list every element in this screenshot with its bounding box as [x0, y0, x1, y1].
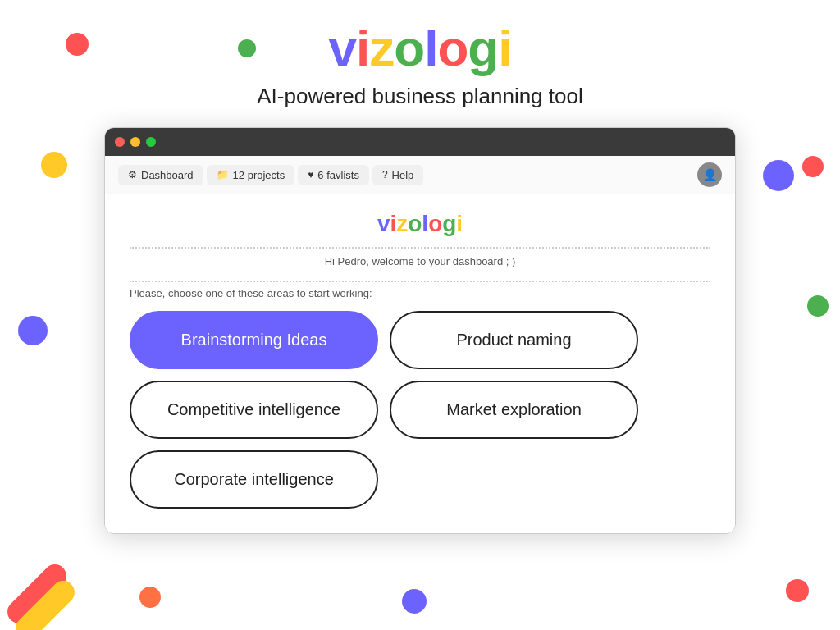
browser-content: ⚙ Dashboard 📁 12 projects ♥ 6 favlists ?… — [105, 156, 735, 533]
deco-dot-4 — [763, 160, 794, 191]
area-competitive-label: Competitive intelligence — [167, 400, 340, 418]
titlebar-maximize[interactable] — [146, 137, 156, 147]
area-corporate-label: Corporate intelligence — [174, 470, 334, 488]
dotted-line-1 — [130, 247, 710, 249]
welcome-text: Hi Pedro, welcome to your dashboard ; ) — [130, 255, 710, 267]
areas-grid: Brainstorming Ideas Product naming Compe… — [130, 311, 638, 509]
nav-favlists[interactable]: ♥ 6 favlists — [298, 165, 369, 185]
nav-dashboard-label: Dashboard — [141, 169, 194, 181]
nav-favlists-label: 6 favlists — [317, 169, 359, 181]
browser-titlebar — [105, 128, 735, 156]
dashboard-icon: ⚙ — [128, 169, 137, 180]
area-competitive[interactable]: Competitive intelligence — [130, 381, 378, 439]
nav-projects-label: 12 projects — [233, 169, 285, 181]
choose-text: Please, choose one of these areas to sta… — [130, 287, 710, 299]
tagline: AI-powered business planning tool — [257, 84, 582, 109]
inner-content: vizologi Hi Pedro, welcome to your dashb… — [105, 194, 735, 533]
titlebar-close[interactable] — [115, 137, 125, 147]
deco-dot-5 — [802, 156, 824, 177]
projects-icon: 📁 — [217, 169, 229, 180]
deco-dot-7 — [807, 295, 829, 317]
area-market[interactable]: Market exploration — [390, 381, 638, 439]
nav-help[interactable]: ? Help — [372, 165, 423, 185]
titlebar-minimize[interactable] — [130, 137, 140, 147]
page-top: vizologi AI-powered business planning to… — [0, 0, 840, 127]
area-product-naming[interactable]: Product naming — [390, 311, 638, 369]
main-logo: vizologi — [329, 23, 512, 74]
favlists-icon: ♥ — [308, 169, 313, 180]
inner-logo-text: vizologi — [377, 211, 463, 236]
area-market-label: Market exploration — [446, 400, 582, 418]
area-product-naming-label: Product naming — [456, 331, 571, 349]
area-corporate[interactable]: Corporate intelligence — [130, 450, 378, 509]
deco-dot-9 — [139, 587, 161, 608]
nav-items: ⚙ Dashboard 📁 12 projects ♥ 6 favlists ?… — [118, 165, 697, 185]
deco-dot-3 — [41, 152, 67, 178]
area-brainstorming-label: Brainstorming Ideas — [181, 331, 327, 349]
deco-dot-10 — [402, 589, 427, 614]
inner-logo: vizologi — [130, 211, 710, 237]
dotted-line-2 — [130, 281, 710, 282]
browser-window: ⚙ Dashboard 📁 12 projects ♥ 6 favlists ?… — [104, 127, 736, 534]
user-avatar[interactable]: 👤 — [697, 162, 722, 187]
nav-help-label: Help — [392, 169, 414, 181]
area-brainstorming[interactable]: Brainstorming Ideas — [130, 311, 378, 369]
nav-projects[interactable]: 📁 12 projects — [207, 165, 295, 185]
deco-dot-6 — [18, 316, 48, 345]
deco-dot-11 — [786, 579, 809, 602]
help-icon: ? — [382, 169, 388, 180]
nav-dashboard[interactable]: ⚙ Dashboard — [118, 165, 203, 185]
nav-bar: ⚙ Dashboard 📁 12 projects ♥ 6 favlists ?… — [105, 156, 735, 194]
